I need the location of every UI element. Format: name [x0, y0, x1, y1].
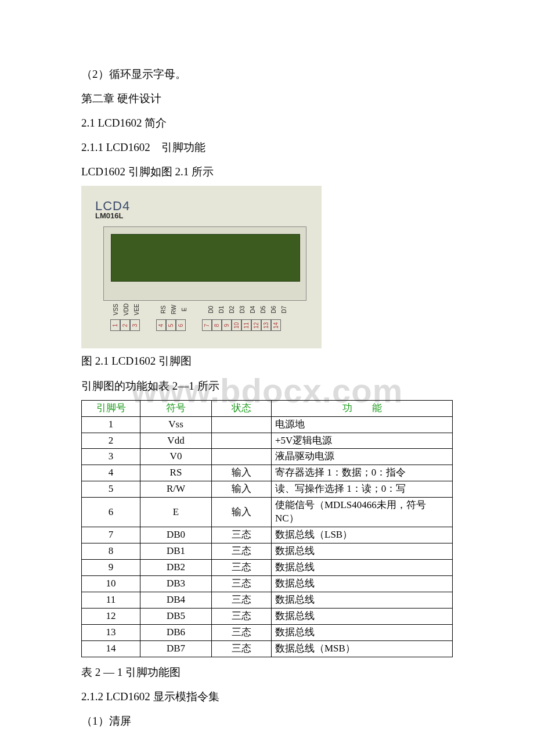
- cell-pin: 13: [82, 624, 140, 640]
- cell-state: 输入: [212, 465, 272, 481]
- cell-func: 液晶驱动电源: [272, 449, 453, 465]
- para-figref: LCD1602 引脚如图 2.1 所示: [81, 161, 453, 182]
- cell-sym: V0: [140, 449, 212, 465]
- cell-pin: 4: [82, 465, 140, 481]
- cell-func: 数据总线: [272, 624, 453, 640]
- cell-state: [212, 449, 272, 465]
- cell-pin: 14: [82, 640, 140, 657]
- pin-label: E: [176, 308, 192, 312]
- cell-sym: DB7: [140, 640, 212, 657]
- cell-func: 数据总线: [272, 592, 453, 608]
- cell-state: 三态: [212, 543, 272, 560]
- table-row: 10DB3三态数据总线: [82, 575, 453, 592]
- cell-state: 输入: [212, 481, 272, 498]
- cell-state: 三态: [212, 575, 272, 592]
- cell-pin: 11: [82, 592, 140, 608]
- cell-func: 寄存器选择 1：数据；0：指令: [272, 465, 453, 481]
- pin-number: 1: [110, 319, 120, 331]
- table-row: 12DB5三态数据总线: [82, 608, 453, 624]
- cell-state: 三态: [212, 608, 272, 624]
- cell-pin: 10: [82, 575, 140, 592]
- pin-number: 3: [130, 319, 140, 331]
- th-func: 功 能: [272, 400, 453, 416]
- cell-state: [212, 433, 272, 449]
- cell-pin: 2: [82, 433, 140, 449]
- cell-sym: RS: [140, 465, 212, 481]
- cell-sym: Vss: [140, 416, 212, 433]
- heading-subsection: 2.1.1 LCD1602 引脚功能: [81, 137, 453, 158]
- cell-pin: 7: [82, 527, 140, 543]
- cell-sym: R/W: [140, 481, 212, 498]
- cell-func: 数据总线: [272, 543, 453, 560]
- document-content: （2）循环显示字母。 第二章 硬件设计 2.1 LCD1602 简介 2.1.1…: [81, 64, 453, 732]
- cell-pin: 12: [82, 608, 140, 624]
- cell-state: 三态: [212, 640, 272, 657]
- cell-func: 数据总线: [272, 560, 453, 576]
- pin-number: 13: [261, 319, 271, 331]
- cell-func: 数据总线: [272, 575, 453, 592]
- cell-pin: 8: [82, 543, 140, 560]
- pin-number: 10: [232, 319, 241, 331]
- pin-number: 8: [212, 319, 222, 331]
- pin-number: 12: [251, 319, 261, 331]
- cell-func: 读、写操作选择 1：读；0：写: [272, 481, 453, 498]
- pin-number: 7: [202, 319, 212, 331]
- th-sym: 符号: [140, 400, 212, 416]
- th-pin: 引脚号: [82, 400, 140, 416]
- heading-section: 2.1 LCD1602 简介: [81, 113, 453, 134]
- cell-state: 三态: [212, 592, 272, 608]
- pin-label: D7: [276, 306, 291, 314]
- table-row: 4RS输入寄存器选择 1：数据；0：指令: [82, 465, 453, 481]
- cell-pin: 9: [82, 560, 140, 576]
- cell-sym: E: [140, 498, 212, 527]
- table-row: 13DB6三态数据总线: [82, 624, 453, 640]
- figure-caption: 图 2.1 LCD1602 引脚图: [81, 351, 453, 372]
- heading-subsection-2: 2.1.2 LCD1602 显示模指令集: [81, 686, 453, 707]
- table-header-row: 引脚号 符号 状态 功 能: [82, 400, 453, 416]
- pin-number: 9: [222, 319, 232, 331]
- lcd-module-model: LM016L: [95, 209, 123, 224]
- cell-pin: 1: [82, 416, 140, 433]
- table-row: 5R/W输入读、写操作选择 1：读；0：写: [82, 481, 453, 498]
- pin-number: 6: [176, 319, 186, 331]
- table-row: 3V0液晶驱动电源: [82, 449, 453, 465]
- pin-number: 11: [241, 319, 251, 331]
- table-row: 8DB1三态数据总线: [82, 543, 453, 560]
- pin-function-table: 引脚号 符号 状态 功 能 1Vss电源地2Vdd+5V逻辑电源3V0液晶驱动电…: [81, 400, 453, 657]
- cell-state: 输入: [212, 498, 272, 527]
- para-tableref: 引脚图的功能如表 2—1 所示: [81, 376, 453, 397]
- table-row: 2Vdd+5V逻辑电源: [82, 433, 453, 449]
- heading-chapter: 第二章 硬件设计: [81, 88, 453, 109]
- cell-state: 三态: [212, 527, 272, 543]
- cell-pin: 5: [82, 481, 140, 498]
- cell-state: 三态: [212, 560, 272, 576]
- cell-func: 数据总线: [272, 608, 453, 624]
- cell-func: 电源地: [272, 416, 453, 433]
- cell-sym: DB6: [140, 624, 212, 640]
- table-row: 14DB7三态数据总线（MSB）: [82, 640, 453, 657]
- para-2: （2）循环显示字母。: [81, 64, 453, 85]
- lcd-pin-numbers-row: 1 2 3 4 5 6 7 8 9 10: [110, 319, 281, 331]
- pin-number: 4: [156, 319, 166, 331]
- cell-func: 数据总线（MSB）: [272, 640, 453, 657]
- cell-sym: DB0: [140, 527, 212, 543]
- cell-sym: DB4: [140, 592, 212, 608]
- table-caption: 表 2 — 1 引脚功能图: [81, 662, 453, 683]
- lcd-body: [103, 226, 306, 301]
- cell-sym: DB2: [140, 560, 212, 576]
- cell-pin: 6: [82, 498, 140, 527]
- para-clear: （1）清屏: [81, 711, 453, 732]
- pin-label: VEE: [129, 304, 144, 315]
- cell-sym: DB1: [140, 543, 212, 560]
- cell-func: +5V逻辑电源: [272, 433, 453, 449]
- table-row: 7DB0三态数据总线（LSB）: [82, 527, 453, 543]
- cell-state: [212, 416, 272, 433]
- cell-func: 数据总线（LSB）: [272, 527, 453, 543]
- table-row: 9DB2三态数据总线: [82, 560, 453, 576]
- cell-sym: DB5: [140, 608, 212, 624]
- cell-sym: DB3: [140, 575, 212, 592]
- pin-number: 14: [271, 319, 281, 331]
- cell-sym: Vdd: [140, 433, 212, 449]
- pin-number: 2: [120, 319, 130, 331]
- pin-number: 5: [166, 319, 176, 331]
